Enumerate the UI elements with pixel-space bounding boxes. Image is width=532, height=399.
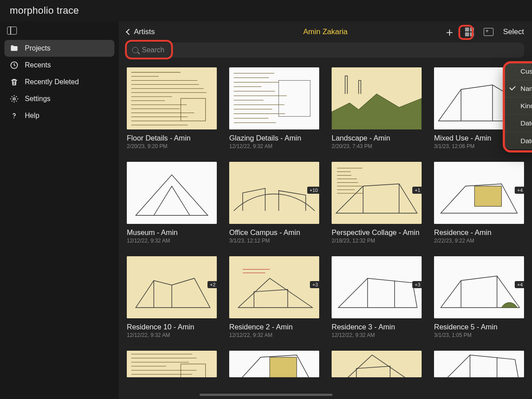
back-button[interactable]: Artists xyxy=(127,27,155,36)
project-thumbnail xyxy=(229,67,319,129)
project-date: 3/1/23, 1:05 PM xyxy=(434,332,524,338)
project-date: 2/20/23, 7:43 PM xyxy=(332,143,422,149)
sort-option-custom[interactable]: Custom xyxy=(505,63,532,80)
trash-icon xyxy=(10,78,19,86)
check-icon xyxy=(509,84,516,90)
project-date: 12/12/22, 9:32 AM xyxy=(229,143,319,149)
svg-rect-50 xyxy=(332,256,422,318)
project-title: Landscape - Amin xyxy=(332,134,422,142)
toolbar: Artists Amin Zakaria ＋ Select xyxy=(119,21,532,43)
project-card[interactable]: +10 Office Campus - Amin 3/1/23, 12:12 P… xyxy=(229,162,319,244)
project-title: Residence 3 - Amin xyxy=(332,323,422,331)
sort-option-label: Custom xyxy=(520,67,532,75)
project-title: Glazing Details - Amin xyxy=(229,134,319,142)
sort-option-label: Kind xyxy=(520,102,532,110)
sort-option-kind[interactable]: Kind xyxy=(505,98,532,115)
project-card[interactable] xyxy=(127,351,217,377)
brand-word-2: trace xyxy=(57,5,79,16)
sort-option-label: Date Created xyxy=(520,119,532,127)
project-thumbnail xyxy=(332,351,422,377)
sidebar-item-label: Recents xyxy=(25,61,51,69)
project-card[interactable]: +4 Residence - Amin 2/22/23, 9:22 AM xyxy=(434,162,524,244)
sidebar-item-label: Settings xyxy=(25,95,51,103)
search-placeholder: Search xyxy=(142,46,164,54)
svg-rect-70 xyxy=(332,351,422,377)
toolbar-right: ＋ Select xyxy=(444,26,524,38)
project-title: Perspective Collage - Amin xyxy=(332,228,422,237)
folder-icon xyxy=(10,44,19,53)
titlebar: morpholio trace xyxy=(0,0,532,21)
project-card[interactable] xyxy=(434,351,524,377)
sort-option-name[interactable]: Name xyxy=(505,80,532,98)
sort-option-date-modified[interactable]: Date Modified xyxy=(505,132,532,149)
project-card[interactable]: +1 Perspective Collage - Amin 2/18/23, 1… xyxy=(332,162,422,244)
project-thumbnail: +3 xyxy=(332,256,422,318)
add-button[interactable]: ＋ xyxy=(444,26,455,38)
project-card[interactable]: Floor Details - Amin 2/20/23, 9:20 PM xyxy=(127,67,217,149)
project-thumbnail xyxy=(229,351,319,377)
project-title: Residence 5 - Amin xyxy=(434,323,524,331)
project-thumbnail: +4 xyxy=(434,256,524,318)
svg-rect-49 xyxy=(229,256,319,318)
new-folder-button[interactable] xyxy=(484,28,493,36)
help-icon xyxy=(10,111,19,120)
sidebar-item-recents[interactable]: Recents xyxy=(4,57,114,74)
sidebar-item-label: Recently Deleted xyxy=(25,78,79,86)
svg-point-2 xyxy=(14,117,15,118)
project-date: 2/20/23, 9:20 PM xyxy=(127,143,217,149)
project-date: 12/12/22, 9:32 AM xyxy=(127,238,217,244)
project-title: Floor Details - Amin xyxy=(127,134,217,142)
project-date: 12/12/22, 9:32 AM xyxy=(229,332,319,338)
main-panel: Artists Amin Zakaria ＋ Select Search xyxy=(119,21,532,399)
svg-rect-19 xyxy=(229,67,319,129)
project-card[interactable]: Landscape - Amin 2/20/23, 7:43 PM xyxy=(332,67,422,149)
home-indicator xyxy=(200,394,332,396)
stack-count-badge: +3 xyxy=(310,281,319,288)
project-thumbnail xyxy=(434,351,524,377)
search-icon xyxy=(132,47,138,53)
view-sort-button[interactable] xyxy=(465,27,474,36)
sidebar-item-recently-deleted[interactable]: Recently Deleted xyxy=(4,74,114,90)
sort-option-date-created[interactable]: Date Created xyxy=(505,115,532,132)
body: Projects Recents Recently Deleted Settin… xyxy=(0,21,532,399)
project-card[interactable]: Museum - Amin 12/12/22, 9:32 AM xyxy=(127,162,217,244)
project-card[interactable]: Glazing Details - Amin 12/12/22, 9:32 AM xyxy=(229,67,319,149)
clock-icon xyxy=(10,61,19,70)
project-date: 12/12/22, 9:32 AM xyxy=(332,332,422,338)
project-thumbnail: +10 xyxy=(229,162,319,224)
project-date: 2/22/23, 9:22 AM xyxy=(434,238,524,244)
project-date: 2/18/23, 12:32 PM xyxy=(332,238,422,244)
project-date: 3/1/23, 12:12 PM xyxy=(229,238,319,244)
project-card[interactable]: +3 Residence 2 - Amin 12/12/22, 9:32 AM xyxy=(229,256,319,338)
sidebar-item-settings[interactable]: Settings xyxy=(4,90,114,107)
project-card[interactable] xyxy=(332,351,422,377)
app-window: morpholio trace Projects Recents xyxy=(0,0,532,399)
svg-rect-35 xyxy=(127,162,217,224)
gear-icon xyxy=(10,94,19,103)
stack-count-badge: +4 xyxy=(515,281,524,288)
project-thumbnail: +2 xyxy=(127,256,217,318)
sidebar-item-label: Help xyxy=(25,112,39,120)
svg-rect-37 xyxy=(332,162,422,224)
sidebar-item-projects[interactable]: Projects xyxy=(4,40,114,57)
project-card[interactable]: +3 Residence 3 - Amin 12/12/22, 9:32 AM xyxy=(332,256,422,338)
stack-count-badge: +2 xyxy=(207,281,217,288)
grid-icon xyxy=(465,27,474,36)
stack-count-badge: +3 xyxy=(412,281,422,288)
project-card[interactable] xyxy=(229,351,319,377)
toggle-sidebar-icon[interactable] xyxy=(7,27,17,35)
project-thumbnail: +4 xyxy=(434,162,524,224)
project-grid: Floor Details - Amin 2/20/23, 9:20 PM Gl… xyxy=(119,62,532,399)
search-row: Search xyxy=(119,43,532,62)
project-card[interactable]: +2 Residence 10 - Amin 12/12/22, 9:32 AM xyxy=(127,256,217,338)
sort-option-label: Date Modified xyxy=(520,137,532,145)
svg-rect-69 xyxy=(270,357,297,377)
sidebar-item-help[interactable]: Help xyxy=(4,107,114,124)
search-input[interactable]: Search xyxy=(127,43,524,58)
select-button[interactable]: Select xyxy=(503,27,524,36)
project-thumbnail xyxy=(127,351,217,377)
project-card[interactable]: +4 Residence 5 - Amin 3/1/23, 1:05 PM xyxy=(434,256,524,338)
project-thumbnail: +3 xyxy=(229,256,319,318)
brand-word-1: morpholio xyxy=(10,5,54,16)
stack-count-badge: +4 xyxy=(515,187,524,194)
